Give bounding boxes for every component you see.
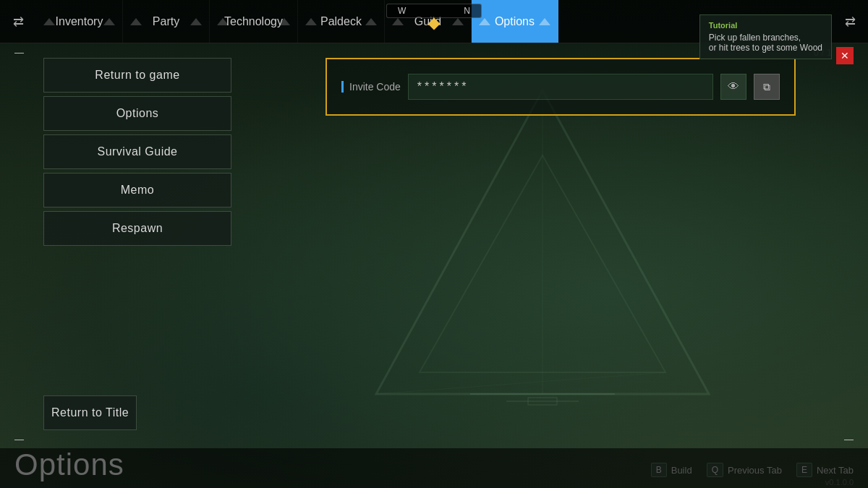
svg-line-3 [376,372,665,394]
counter-bottom-right: — [844,434,854,445]
bottom-bar [0,448,868,488]
compass-marker [428,18,441,30]
invite-code-box: Invite Code 👁 ⧉ [326,58,796,116]
triangle-logo [362,69,723,430]
nav-tab-party[interactable]: Party [123,0,210,43]
survival-guide-button[interactable]: Survival Guide [43,134,231,169]
copy-icon: ⧉ [763,81,770,93]
left-menu-panel: Return to gameOptionsSurvival GuideMemoR… [43,58,231,246]
invite-label: Invite Code [341,81,401,93]
nav-tab-options[interactable]: Options [472,0,558,43]
compass-area: W N [386,4,482,30]
tutorial-line2: or hit trees to get some Wood [709,43,822,53]
left-panel-bottom: Return to Title [43,395,231,430]
compass-north: N [464,6,470,16]
compass-west: W [398,6,406,16]
invite-input-wrapper [408,74,713,100]
tutorial-header: Tutorial [709,21,822,30]
toggle-visibility-button[interactable]: 👁 [720,74,746,100]
nav-tab-technology[interactable]: Technology [210,0,298,43]
return-to-game-button[interactable]: Return to game [43,58,231,93]
respawn-button[interactable]: Respawn [43,211,231,246]
nav-tab-inventory[interactable]: Inventory [36,0,123,43]
nav-tab-paldeck[interactable]: Paldeck [298,0,385,43]
swap-left-icon[interactable]: ⇄ [0,0,36,43]
memo-button[interactable]: Memo [43,173,231,207]
eye-icon: 👁 [728,80,739,93]
invite-code-input[interactable] [408,74,713,100]
options-button[interactable]: Options [43,96,231,131]
tutorial-tooltip: Tutorial Pick up fallen branches, or hit… [699,14,832,59]
close-button[interactable]: ✕ [836,47,854,64]
compass-bar: W N [386,4,482,18]
swap-right-icon[interactable]: ⇄ [832,0,868,43]
return-to-title-button[interactable]: Return to Title [43,395,137,430]
tutorial-line1: Pick up fallen branches, [709,33,822,43]
right-panel: Invite Code 👁 ⧉ [326,58,796,116]
counter-bottom-left: — [14,434,24,445]
counter-top-left: — [14,47,24,58]
invite-row: Invite Code 👁 ⧉ [341,74,780,100]
copy-button[interactable]: ⧉ [754,74,780,100]
